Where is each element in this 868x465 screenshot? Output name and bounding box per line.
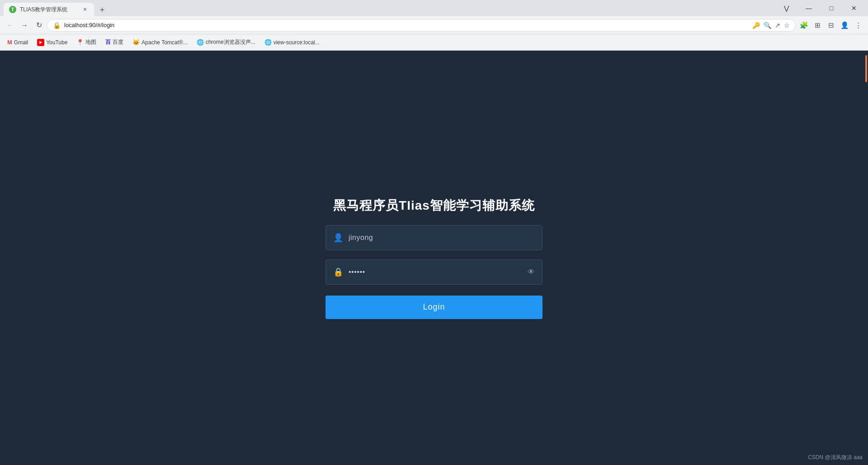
sidebar-icon[interactable]: ⊟: [825, 19, 837, 32]
bookmark-tomcat[interactable]: 🐱 Apache Tomcat®...: [129, 37, 191, 47]
browser-frame: T TLIAS教学管理系统 ✕ + ⋁ — □ ✕ ← → ↻ 🔒 localh…: [0, 0, 868, 465]
input-group: 👤 🔒 👁: [326, 225, 542, 285]
tomcat-icon: 🐱: [132, 39, 140, 46]
user-icon: 👤: [333, 233, 343, 243]
lock-field-icon: 🔒: [333, 267, 343, 277]
csdn-watermark: CSDN @清风微凉 aaa: [808, 454, 863, 461]
password-field[interactable]: 🔒 👁: [326, 259, 542, 285]
window-controls: ⋁ — □ ✕: [776, 0, 864, 16]
address-bar[interactable]: 🔒 localhost:90/#/login 🔑 🔍 ↗ ☆: [47, 19, 796, 32]
password-input[interactable]: [349, 268, 522, 276]
source-icon: 🌐: [264, 39, 272, 46]
tab-list-button[interactable]: ⋁: [776, 0, 797, 16]
close-button[interactable]: ✕: [844, 0, 864, 16]
toolbar-right: 🧩 ⊞ ⊟ 👤 ⋮: [797, 19, 864, 32]
chrome-label: chrome浏览器没声...: [206, 38, 255, 46]
username-field[interactable]: 👤: [326, 225, 542, 250]
zoom-icon[interactable]: 🔍: [764, 22, 771, 29]
lock-icon: 🔒: [53, 22, 61, 29]
share-icon[interactable]: ↗: [775, 22, 780, 29]
address-text: localhost:90/#/login: [64, 22, 749, 28]
tomcat-label: Apache Tomcat®...: [142, 39, 187, 46]
maps-label: 地图: [85, 38, 96, 46]
title-bar: T TLIAS教学管理系统 ✕ + ⋁ — □ ✕: [0, 0, 868, 16]
login-container: 黑马程序员TIias智能学习辅助系统 👤 🔒 👁 Login: [326, 197, 542, 319]
baidu-label: 百度: [113, 38, 123, 46]
bookmark-gmail[interactable]: M Gmail: [4, 37, 32, 47]
extensions-icon[interactable]: 🧩: [797, 19, 810, 32]
profile-icon[interactable]: 👤: [838, 19, 851, 32]
refresh-button[interactable]: ↻: [33, 19, 45, 32]
extension2-icon[interactable]: ⊞: [811, 19, 824, 32]
scrollbar[interactable]: [864, 51, 868, 465]
address-bar-row: ← → ↻ 🔒 localhost:90/#/login 🔑 🔍 ↗ ☆ 🧩 ⊞…: [0, 16, 868, 34]
maximize-button[interactable]: □: [821, 0, 842, 16]
address-icons: 🔑 🔍 ↗ ☆: [752, 22, 790, 29]
back-button[interactable]: ←: [4, 19, 16, 32]
bookmark-youtube[interactable]: ▶ YouTube: [33, 37, 71, 48]
chrome-icon: 🌐: [197, 39, 204, 46]
main-content: 黑马程序员TIias智能学习辅助系统 👤 🔒 👁 Login: [0, 51, 868, 465]
star-icon[interactable]: ☆: [784, 22, 790, 29]
bookmark-maps[interactable]: 📍 地图: [73, 37, 100, 48]
new-tab-button[interactable]: +: [96, 4, 108, 16]
menu-icon[interactable]: ⋮: [852, 19, 864, 32]
source-label: view-source:local...: [274, 39, 320, 46]
tab-favicon: T: [9, 6, 16, 13]
forward-button[interactable]: →: [18, 19, 31, 32]
minimize-button[interactable]: —: [798, 0, 819, 16]
bookmarks-bar: M Gmail ▶ YouTube 📍 地图 百 百度 🐱 Apache Tom…: [0, 34, 868, 51]
active-tab[interactable]: T TLIAS教学管理系统 ✕: [4, 3, 94, 16]
bookmark-baidu[interactable]: 百 百度: [102, 37, 127, 48]
scroll-thumb: [865, 55, 867, 82]
username-input[interactable]: [349, 234, 535, 242]
bookmark-source[interactable]: 🌐 view-source:local...: [261, 37, 323, 47]
login-title: 黑马程序员TIias智能学习辅助系统: [333, 197, 535, 214]
youtube-favicon: ▶: [37, 39, 44, 46]
youtube-label: YouTube: [46, 39, 67, 46]
maps-icon: 📍: [76, 39, 84, 46]
gmail-label: Gmail: [14, 39, 28, 46]
baidu-icon: 百: [105, 38, 111, 46]
toggle-password-icon[interactable]: 👁: [528, 268, 535, 276]
login-button[interactable]: Login: [326, 296, 542, 319]
gmail-icon: M: [7, 39, 12, 46]
tab-close-button[interactable]: ✕: [81, 6, 89, 13]
tab-area: T TLIAS教学管理系统 ✕ +: [4, 0, 776, 16]
tab-title: TLIAS教学管理系统: [20, 6, 78, 14]
bookmark-chrome[interactable]: 🌐 chrome浏览器没声...: [193, 37, 259, 48]
key-icon[interactable]: 🔑: [752, 22, 760, 29]
